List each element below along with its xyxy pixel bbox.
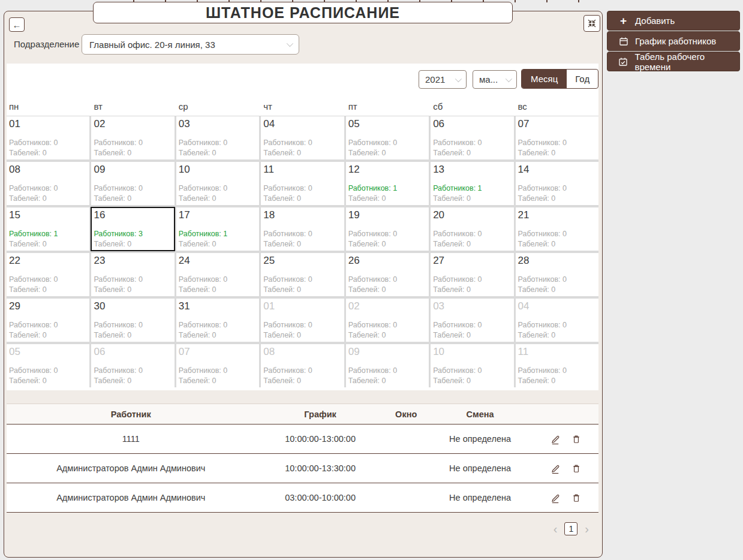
tabels-count: Табелей: 0 — [518, 330, 597, 341]
day-number: 04 — [263, 118, 342, 130]
tabels-count: Табелей: 0 — [518, 239, 597, 249]
calendar-day-cell[interactable]: 02 Работников: 0 Табелей: 0 — [346, 299, 429, 342]
calendar-day-cell[interactable]: 23 Работников: 0 Табелей: 0 — [91, 253, 174, 296]
workers-count: Работников: 0 — [433, 275, 512, 285]
cell-worker: Администраторов Админ Админович — [7, 463, 255, 473]
edit-icon[interactable] — [550, 492, 561, 504]
day-number: 13 — [433, 164, 512, 176]
delete-icon[interactable] — [571, 463, 582, 474]
calendar-day-cell[interactable]: 25 Работников: 0 Табелей: 0 — [261, 253, 344, 296]
calendar-day-cell[interactable]: 22 Работников: 0 Табелей: 0 — [7, 253, 89, 296]
calendar-day-cell[interactable]: 08 Работников: 0 Табелей: 0 — [261, 344, 344, 387]
table-row[interactable]: Администраторов Админ Админович 03:00:00… — [7, 483, 598, 513]
calendar-day-cell[interactable]: 07 Работников: 0 Табелей: 0 — [176, 344, 259, 387]
calendar-day-cell[interactable]: 21 Работников: 0 Табелей: 0 — [516, 207, 598, 251]
tabels-count: Табелей: 0 — [433, 148, 512, 158]
back-arrow-icon: ← — [13, 20, 22, 30]
workers-count: Работников: 0 — [263, 366, 342, 376]
calendar-day-cell[interactable]: 10 Работников: 0 Табелей: 0 — [176, 162, 259, 205]
table-row[interactable]: Администраторов Админ Админович 10:00:00… — [7, 454, 598, 483]
day-number: 15 — [9, 209, 88, 221]
edit-icon[interactable] — [550, 463, 561, 474]
day-number: 03 — [179, 118, 258, 130]
calendar-day-cell[interactable]: 12 Работников: 1 Табелей: 0 — [346, 162, 429, 205]
calendar-check-icon — [618, 57, 628, 67]
plus-icon: + — [618, 16, 628, 26]
tabels-count: Табелей: 0 — [433, 285, 512, 295]
workers-count: Работников: 0 — [179, 275, 258, 285]
subdivision-value: Главный офис. 20-я линия, 33 — [89, 40, 215, 50]
calendar-day-cell[interactable]: 04 Работников: 0 Табелей: 0 — [261, 116, 344, 159]
sidebar-button-calendar-check[interactable]: Табель рабочего времени — [607, 52, 740, 71]
year-select[interactable]: 2021 — [419, 70, 467, 89]
calendar-day-cell[interactable]: 03 Работников: 0 Табелей: 0 — [431, 299, 513, 342]
month-select[interactable]: ма... — [473, 70, 517, 89]
day-number: 06 — [433, 118, 512, 130]
page-number[interactable]: 1 — [564, 522, 577, 535]
calendar-day-cell[interactable]: 03 Работников: 0 Табелей: 0 — [176, 116, 259, 159]
calendar-day-cell[interactable]: 08 Работников: 0 Табелей: 0 — [7, 162, 89, 205]
day-number: 10 — [179, 164, 258, 176]
calendar-day-cell[interactable]: 30 Работников: 0 Табелей: 0 — [91, 299, 174, 342]
workers-count: Работников: 0 — [263, 320, 342, 330]
calendar-day-cell[interactable]: 02 Работников: 0 Табелей: 0 — [91, 116, 174, 159]
back-button[interactable]: ← — [9, 17, 25, 32]
calendar-day-cell[interactable]: 18 Работников: 0 Табелей: 0 — [261, 207, 344, 251]
calendar-day-cell[interactable]: 14 Работников: 0 Табелей: 0 — [516, 162, 598, 205]
weekday-label: ср — [176, 99, 259, 114]
cell-schedule: 10:00:00-13:00:00 — [255, 434, 386, 444]
calendar-day-cell[interactable]: 09 Работников: 0 Табелей: 0 — [346, 344, 429, 387]
calendar-day-cell[interactable]: 16 Работников: 3 Табелей: 0 — [91, 207, 174, 251]
calendar-day-cell[interactable]: 24 Работников: 0 Табелей: 0 — [176, 253, 259, 296]
calendar-day-cell[interactable]: 05 Работников: 0 Табелей: 0 — [7, 344, 89, 387]
calendar-day-cell[interactable]: 09 Работников: 0 Табелей: 0 — [91, 162, 174, 205]
workers-count: Работников: 0 — [94, 320, 173, 330]
day-number: 05 — [9, 346, 88, 358]
calendar-day-cell[interactable]: 20 Работников: 0 Табелей: 0 — [431, 207, 513, 251]
header-window: Окно — [386, 410, 427, 419]
calendar-day-cell[interactable]: 26 Работников: 0 Табелей: 0 — [346, 253, 429, 296]
calendar-day-cell[interactable]: 11 Работников: 0 Табелей: 0 — [261, 162, 344, 205]
subdivision-label: Подразделение — [14, 39, 79, 49]
workers-count: Работников: 0 — [348, 138, 428, 148]
workers-count: Работников: 0 — [94, 183, 173, 194]
calendar-day-cell[interactable]: 19 Работников: 0 Табелей: 0 — [346, 207, 429, 251]
calendar-day-cell[interactable]: 29 Работников: 0 Табелей: 0 — [7, 299, 89, 342]
delete-icon[interactable] — [571, 433, 582, 445]
calendar-day-cell[interactable]: 07 Работников: 0 Табелей: 0 — [516, 116, 598, 159]
calendar-day-cell[interactable]: 01 Работников: 0 Табелей: 0 — [261, 299, 344, 342]
calendar-day-cell[interactable]: 04 Работников: 0 Табелей: 0 — [516, 299, 598, 342]
view-year-button[interactable]: Год — [567, 70, 598, 88]
fullscreen-button[interactable] — [583, 15, 600, 32]
sidebar-button-calendar[interactable]: График работников — [607, 31, 740, 51]
delete-icon[interactable] — [571, 492, 582, 504]
day-number: 03 — [433, 300, 512, 312]
table-row[interactable]: 1111 10:00:00-13:00:00 Не определена — [7, 424, 598, 454]
calendar-day-cell[interactable]: 27 Работников: 0 Табелей: 0 — [431, 253, 513, 296]
tabels-count: Табелей: 0 — [263, 194, 342, 204]
calendar-day-cell[interactable]: 28 Работников: 0 Табелей: 0 — [516, 253, 598, 296]
edit-icon[interactable] — [550, 433, 561, 445]
calendar-day-cell[interactable]: 05 Работников: 0 Табелей: 0 — [346, 116, 429, 159]
calendar-day-cell[interactable]: 17 Работников: 1 Табелей: 0 — [176, 207, 259, 251]
sidebar-button-label: Добавить — [635, 16, 675, 26]
calendar-day-cell[interactable]: 13 Работников: 1 Табелей: 0 — [431, 162, 513, 205]
prev-page-button[interactable]: ‹ — [554, 522, 558, 535]
calendar-day-cell[interactable]: 10 Работников: 0 Табелей: 0 — [431, 344, 513, 387]
header-shift: Смена — [427, 410, 534, 419]
calendar-day-cell[interactable]: 31 Работников: 0 Табелей: 0 — [176, 299, 259, 342]
day-number: 02 — [94, 118, 173, 130]
calendar-day-cell[interactable]: 06 Работников: 0 Табелей: 0 — [431, 116, 513, 159]
tabels-count: Табелей: 0 — [9, 194, 88, 204]
workers-count: Работников: 0 — [518, 275, 597, 285]
view-month-button[interactable]: Месяц — [522, 70, 567, 88]
calendar-day-cell[interactable]: 15 Работников: 1 Табелей: 0 — [7, 207, 89, 251]
day-number: 25 — [263, 255, 342, 267]
tabels-count: Табелей: 0 — [518, 148, 597, 158]
calendar-day-cell[interactable]: 01 Работников: 0 Табелей: 0 — [7, 116, 89, 159]
calendar-day-cell[interactable]: 06 Работников: 0 Табелей: 0 — [91, 344, 174, 387]
next-page-button[interactable]: › — [585, 522, 589, 535]
sidebar-button-plus[interactable]: + Добавить — [607, 11, 740, 31]
subdivision-select[interactable]: Главный офис. 20-я линия, 33 — [82, 34, 299, 55]
calendar-day-cell[interactable]: 11 Работников: 0 Табелей: 0 — [516, 344, 598, 387]
